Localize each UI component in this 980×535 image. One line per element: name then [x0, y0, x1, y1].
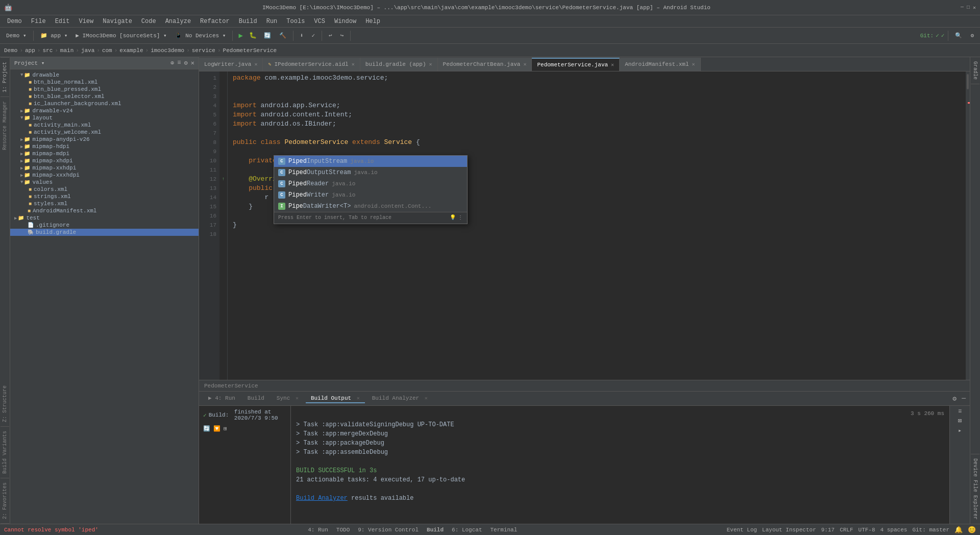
- ac-item-pipedoutputstream[interactable]: C PipedOutputStream java.io: [274, 167, 467, 178]
- tree-mipmap-mdpi[interactable]: ▶ 📁 mipmap-mdpi: [10, 150, 199, 157]
- bottom-tab-sync[interactable]: Sync ✕: [272, 394, 304, 403]
- tree-layout[interactable]: ▼ 📁 layout: [10, 114, 199, 121]
- tab-close-ipedometerservice[interactable]: ✕: [352, 61, 355, 67]
- build-output-close-icon[interactable]: ✕: [357, 396, 360, 401]
- line-ending[interactable]: CRLF: [840, 527, 853, 533]
- sync-in-bottom-icon[interactable]: 🔄: [203, 425, 210, 432]
- device-selector[interactable]: 📱 No Devices ▾: [172, 31, 229, 40]
- git-branch-status[interactable]: Git: master: [912, 527, 949, 533]
- breadcrumb-demo[interactable]: Demo: [4, 47, 17, 54]
- bottom-panel-minimize-icon[interactable]: ─: [962, 395, 966, 402]
- logcat-tab[interactable]: 6: Logcat: [452, 527, 482, 533]
- menu-file[interactable]: File: [27, 17, 50, 26]
- tree-btn-blue-pressed[interactable]: ■ btn_blue_pressed.xml: [10, 86, 199, 93]
- vcs-update[interactable]: ⬇: [297, 31, 307, 40]
- gradle-tab[interactable]: Gradle: [971, 57, 979, 84]
- window-controls[interactable]: ─ □ ✕: [961, 5, 976, 11]
- menu-code[interactable]: Code: [137, 17, 160, 26]
- ac-item-pipedreader[interactable]: C PipedReader java.io: [274, 178, 467, 189]
- todo-tab[interactable]: TODO: [336, 527, 350, 533]
- ac-item-pipedinputstream[interactable]: C PipedInputStream java.io: [274, 156, 467, 167]
- bottom-tab-build-label[interactable]: ▶ 4: Run: [203, 394, 240, 403]
- project-panel-icon-3[interactable]: ⚙: [184, 59, 188, 67]
- tree-colors[interactable]: ■ colors.xml: [10, 186, 199, 193]
- breadcrumb-com[interactable]: com: [102, 47, 112, 54]
- settings-button[interactable]: ⚙: [967, 31, 977, 40]
- tab-ipedometerservice[interactable]: ✎ IPedometerService.aidl ✕: [263, 58, 360, 71]
- editor-scrollbar[interactable]: [966, 71, 970, 380]
- tree-values[interactable]: ▼ 📁 values: [10, 179, 199, 186]
- tree-btn-blue-normal[interactable]: ■ btn_blue_normal.xml: [10, 79, 199, 86]
- tree-test[interactable]: ▶ 📁 test: [10, 214, 199, 222]
- menu-refactor[interactable]: Refactor: [196, 17, 234, 26]
- bottom-tab-build[interactable]: Build: [242, 394, 270, 403]
- tree-activity-welcome[interactable]: ■ activity_welcome.xml: [10, 129, 199, 136]
- run-button[interactable]: ▶: [236, 31, 244, 40]
- structure-tab[interactable]: Z: Structure: [1, 381, 9, 427]
- close-button[interactable]: ✕: [973, 5, 976, 11]
- breadcrumb-example[interactable]: example: [119, 47, 143, 54]
- tree-mipmap-hdpi[interactable]: ▶ 📁 mipmap-hdpi: [10, 143, 199, 150]
- tree-btn-blue-selector[interactable]: ■ btn_blue_selector.xml: [10, 93, 199, 100]
- sync-button[interactable]: 🔄: [261, 31, 274, 40]
- undo-button[interactable]: ↩: [326, 31, 335, 40]
- bottom-tool-3[interactable]: ▸: [958, 427, 962, 434]
- tree-drawable-v24[interactable]: ▶ 📁 drawable-v24: [10, 107, 199, 114]
- indent[interactable]: 4 spaces: [880, 527, 908, 533]
- ac-more-icon[interactable]: ⋮: [458, 213, 463, 223]
- autocomplete-popup[interactable]: C PipedInputStream java.io C PipedOutput…: [274, 155, 468, 224]
- tree-strings[interactable]: ■ strings.xml: [10, 193, 199, 200]
- menu-help[interactable]: Help: [361, 17, 384, 26]
- run-tab[interactable]: 4: Run: [308, 527, 328, 533]
- code-content[interactable]: package com.example.imooc3demo.service; …: [228, 71, 966, 380]
- minimize-button[interactable]: ─: [961, 5, 964, 11]
- project-panel-icon-4[interactable]: ✕: [191, 59, 194, 67]
- debug-button[interactable]: 🐛: [247, 32, 259, 39]
- build-analyzer-close-icon[interactable]: ✕: [425, 396, 428, 401]
- breadcrumb-file[interactable]: PedometerService: [223, 47, 277, 54]
- project-panel-icon-1[interactable]: ⊕: [170, 59, 174, 67]
- ac-item-pipedatawriter[interactable]: I PipeDataWriter<T> android.content.Cont…: [274, 201, 467, 212]
- tree-activity-main[interactable]: ■ activity_main.xml: [10, 121, 199, 129]
- menu-edit[interactable]: Edit: [51, 17, 74, 26]
- layout-inspector[interactable]: Layout Inspector: [762, 527, 816, 533]
- tree-gitignore[interactable]: 📄 .gitignore: [10, 222, 199, 229]
- tab-close-pedometerchartbean[interactable]: ✕: [523, 61, 526, 67]
- tab-pedometerservice[interactable]: PedometerService.java ✕: [532, 58, 620, 71]
- breadcrumb-service[interactable]: service: [192, 47, 215, 54]
- tab-androidmanifest[interactable]: AndroidManifest.xml ✕: [620, 58, 700, 71]
- device-file-tab[interactable]: Device File Explorer: [971, 454, 979, 524]
- tab-build-gradle[interactable]: build.gradle (app) ✕: [360, 58, 438, 71]
- tree-androidmanifest[interactable]: ■ AndroidManifest.xml: [10, 207, 199, 214]
- project-selector[interactable]: Demo ▾: [3, 31, 30, 40]
- resource-manager-tab[interactable]: Resource Manager: [1, 96, 9, 154]
- menu-navigate[interactable]: Navigate: [99, 17, 136, 26]
- tree-mipmap-xxhdpi[interactable]: ▶ 📁 mipmap-xxhdpi: [10, 164, 199, 172]
- filter-icon[interactable]: 🔽: [213, 425, 220, 432]
- breadcrumb-src[interactable]: src: [42, 47, 53, 54]
- tree-styles[interactable]: ■ styles.xml: [10, 200, 199, 207]
- menu-demo[interactable]: Demo: [3, 17, 26, 26]
- tree-mipmap-xhdpi[interactable]: ▶ 📁 mipmap-xhdpi: [10, 157, 199, 164]
- tab-close-build-gradle[interactable]: ✕: [429, 61, 432, 67]
- vcs-commit[interactable]: ✓: [308, 31, 318, 40]
- build-output[interactable]: 3 s 260 ms > Task :app:validateSigningDe…: [291, 406, 949, 524]
- tree-drawable[interactable]: ▼ 📁 drawable: [10, 71, 199, 79]
- project-tab[interactable]: 1: Project: [1, 57, 9, 96]
- maximize-button[interactable]: □: [967, 5, 970, 11]
- module-selector[interactable]: 📁 app ▾: [37, 31, 71, 40]
- code-editor[interactable]: 1 2 3 4 5 6 7 8 9 10 11 12 ● 13 14 15 16…: [199, 71, 970, 380]
- menu-run[interactable]: Run: [262, 17, 282, 26]
- bottom-tool-1[interactable]: ≡: [958, 408, 962, 415]
- menu-tools[interactable]: Tools: [282, 17, 309, 26]
- search-everywhere[interactable]: 🔍: [952, 31, 965, 40]
- breadcrumb-java[interactable]: java: [81, 47, 94, 54]
- build-analyzer-link[interactable]: Build Analyzer: [296, 495, 348, 502]
- tree-build-gradle[interactable]: 🐘 build.gradle: [10, 229, 199, 236]
- tab-close-androidmanifest[interactable]: ✕: [692, 61, 695, 67]
- sync-close-icon[interactable]: ✕: [296, 396, 299, 401]
- version-control-tab[interactable]: 9: Version Control: [358, 527, 419, 533]
- redo-button[interactable]: ↪: [337, 31, 347, 40]
- project-panel-icon-2[interactable]: ≡: [177, 59, 181, 67]
- expand-icon[interactable]: ⊞: [224, 425, 227, 432]
